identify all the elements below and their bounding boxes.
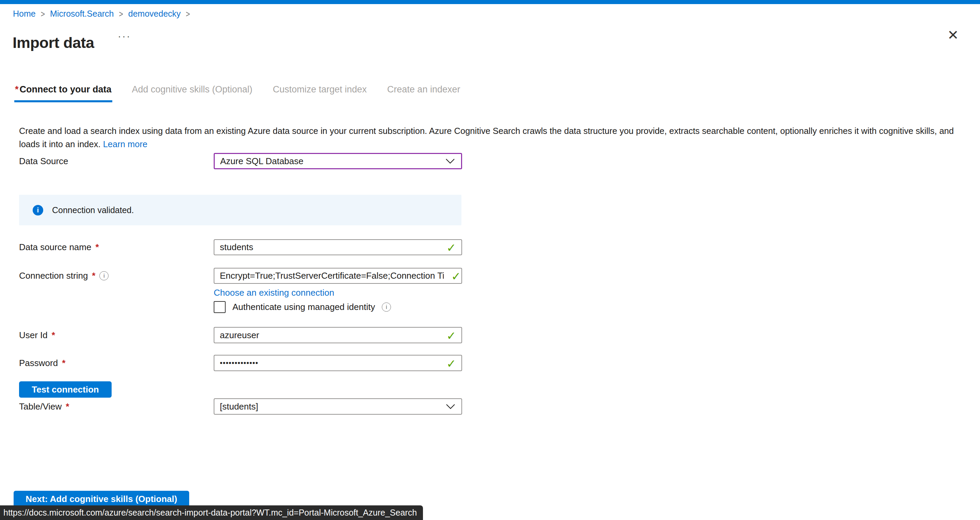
info-icon: i bbox=[33, 205, 43, 216]
breadcrumb-microsoft-search[interactable]: Microsoft.Search bbox=[50, 9, 114, 19]
password-label: Password* bbox=[19, 355, 65, 371]
chevron-right-icon: > bbox=[119, 9, 123, 19]
required-asterisk: * bbox=[15, 84, 19, 95]
password-input[interactable] bbox=[214, 355, 462, 371]
managed-identity-checkbox[interactable] bbox=[214, 301, 226, 313]
managed-identity-label: Authenticate using managed identity bbox=[232, 302, 375, 312]
required-asterisk: * bbox=[66, 401, 69, 412]
managed-identity-row: Authenticate using managed identity i bbox=[214, 301, 391, 313]
data-source-dropdown[interactable]: Azure SQL Database bbox=[214, 153, 462, 169]
tab-customize-target-index[interactable]: Customize target index bbox=[272, 84, 368, 102]
valid-check-icon: ✓ bbox=[447, 357, 456, 371]
chevron-down-icon bbox=[445, 159, 455, 164]
data-source-label: Data Source bbox=[19, 153, 68, 169]
wizard-tabs: *Connect to your data Add cognitive skil… bbox=[14, 84, 461, 102]
connection-validated-banner: i Connection validated. bbox=[19, 195, 461, 225]
breadcrumb-demovedecky[interactable]: demovedecky bbox=[128, 9, 181, 19]
required-asterisk: * bbox=[92, 271, 95, 281]
connection-string-input[interactable] bbox=[214, 268, 462, 284]
close-icon[interactable]: ✕ bbox=[945, 28, 961, 42]
choose-existing-connection-link[interactable]: Choose an existing connection bbox=[214, 287, 334, 298]
page-description: Create and load a search index using dat… bbox=[19, 124, 967, 151]
banner-text: Connection validated. bbox=[52, 205, 134, 215]
connection-string-label: Connection string* i bbox=[19, 268, 108, 284]
info-icon[interactable]: i bbox=[99, 271, 108, 281]
browser-status-url: https://docs.microsoft.com/azure/search/… bbox=[0, 506, 423, 520]
top-accent-bar bbox=[0, 0, 980, 4]
table-view-selected-value: [students] bbox=[220, 401, 258, 412]
chevron-right-icon: > bbox=[186, 9, 190, 19]
learn-more-link[interactable]: Learn more bbox=[103, 140, 147, 149]
chevron-down-icon bbox=[446, 404, 455, 409]
description-text: Create and load a search index using dat… bbox=[19, 126, 954, 149]
next-add-cognitive-skills-button[interactable]: Next: Add cognitive skills (Optional) bbox=[14, 491, 189, 507]
required-asterisk: * bbox=[62, 358, 65, 368]
data-source-name-input[interactable] bbox=[214, 239, 462, 255]
user-id-input[interactable] bbox=[214, 327, 462, 343]
data-source-name-label: Data source name* bbox=[19, 239, 99, 255]
page-title: Import data bbox=[13, 34, 94, 52]
context-menu-ellipsis-icon[interactable]: ··· bbox=[116, 30, 133, 42]
breadcrumb: Home > Microsoft.Search > demovedecky > bbox=[13, 9, 190, 19]
user-id-label: User Id* bbox=[19, 327, 55, 343]
test-connection-button[interactable]: Test connection bbox=[19, 381, 111, 398]
table-view-dropdown[interactable]: [students] bbox=[214, 398, 462, 415]
data-source-selected-value: Azure SQL Database bbox=[220, 156, 304, 166]
table-view-label: Table/View* bbox=[19, 398, 69, 415]
tab-create-an-indexer[interactable]: Create an indexer bbox=[387, 84, 461, 102]
chevron-right-icon: > bbox=[41, 9, 45, 19]
valid-check-icon: ✓ bbox=[447, 329, 456, 342]
required-asterisk: * bbox=[95, 242, 99, 252]
valid-check-icon: ✓ bbox=[447, 241, 456, 255]
tab-add-cognitive-skills[interactable]: Add cognitive skills (Optional) bbox=[131, 84, 253, 102]
breadcrumb-home[interactable]: Home bbox=[13, 9, 36, 19]
tab-connect-to-your-data[interactable]: *Connect to your data bbox=[14, 84, 112, 102]
valid-check-icon: ✓ bbox=[451, 270, 461, 283]
info-icon[interactable]: i bbox=[382, 303, 391, 312]
required-asterisk: * bbox=[52, 330, 55, 341]
